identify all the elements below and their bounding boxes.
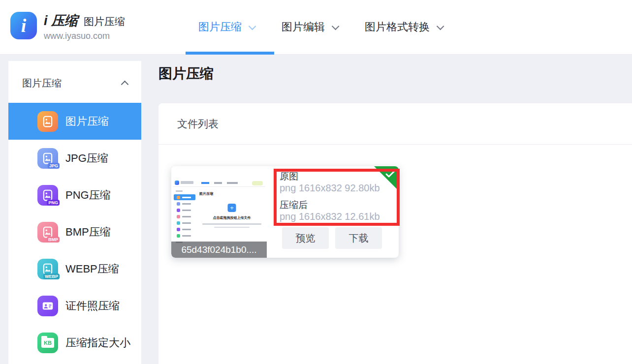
png-badge: PNG xyxy=(47,200,60,206)
sidebar-item-jpg-compress[interactable]: JPG JPG压缩 xyxy=(8,140,141,177)
mini-upload-area: 图片压缩 + 点击或拖拽按钮上传文件 xyxy=(199,188,264,240)
nav-tab-label: 图片编辑 xyxy=(282,20,325,34)
sidebar-item-label: 压缩指定大小 xyxy=(65,335,130,350)
kb-badge: KB xyxy=(44,340,52,346)
webp-badge: WEBP xyxy=(43,273,60,279)
file-item-card: 图片压缩 + 点击或拖拽按钮上传文件 65d43f024b1b0.... 原图 … xyxy=(171,166,399,258)
mini-nav-item xyxy=(227,182,238,184)
sidebar-section-toggle[interactable]: 图片压缩 xyxy=(8,61,141,103)
sidebar-item-label: PNG压缩 xyxy=(65,188,111,203)
file-list-panel: 文件列表 xyxy=(158,103,632,364)
chevron-down-icon xyxy=(332,22,340,30)
mini-text-bar xyxy=(214,227,250,228)
brand-name: i 压缩 xyxy=(44,12,78,30)
jpg-badge: JPG xyxy=(48,163,60,169)
sidebar: 图片压缩 图片压缩 JPG JPG压缩 PNG PNG压缩 BMP BMP压缩 xyxy=(8,61,141,364)
mini-logo-text xyxy=(181,181,193,184)
file-thumbnail[interactable]: 图片压缩 + 点击或拖拽按钮上传文件 65d43f024b1b0.... xyxy=(171,166,267,258)
webp-compress-icon: WEBP xyxy=(37,259,58,279)
mini-text-bar xyxy=(202,223,261,225)
original-meta: png 1616x832 92.80kb xyxy=(280,182,380,194)
top-header: i i 压缩 图片压缩 www.iyasuo.com 图片压缩 图片编辑 图片格… xyxy=(0,0,632,55)
image-compress-icon xyxy=(37,111,58,132)
compressed-label: 压缩后 xyxy=(280,199,308,212)
mini-sidebar xyxy=(173,187,196,240)
chevron-down-icon xyxy=(437,22,444,30)
sidebar-item-idphoto-compress[interactable]: 证件照压缩 xyxy=(8,287,141,324)
brand-suffix: 图片压缩 xyxy=(84,15,125,29)
check-icon xyxy=(385,171,395,178)
panel-title: 文件列表 xyxy=(158,103,632,145)
site-url: www.iyasuo.com xyxy=(44,31,125,41)
kb-size-icon: KB xyxy=(37,333,58,353)
bmp-badge: BMP xyxy=(47,237,60,243)
logo-icon: i xyxy=(10,12,37,39)
nav-tab-label: 图片格式转换 xyxy=(365,20,430,34)
corner-triangle xyxy=(374,166,399,191)
original-label: 原图 xyxy=(280,170,298,183)
mini-page-title: 图片压缩 xyxy=(199,192,213,195)
sidebar-item-webp-compress[interactable]: WEBP WEBP压缩 xyxy=(8,250,141,287)
sidebar-item-label: WEBP压缩 xyxy=(65,262,119,276)
sidebar-item-label: JPG压缩 xyxy=(65,151,108,166)
site-logo[interactable]: i i 压缩 图片压缩 www.iyasuo.com xyxy=(10,12,125,41)
logo-text: i 压缩 图片压缩 www.iyasuo.com xyxy=(44,12,125,41)
sidebar-section-title: 图片压缩 xyxy=(22,77,62,90)
sidebar-item-label: BMP压缩 xyxy=(65,225,111,240)
mini-action-pill xyxy=(252,181,263,185)
sidebar-item-label: 图片压缩 xyxy=(65,114,109,129)
bmp-compress-icon: BMP xyxy=(37,222,58,243)
png-compress-icon: PNG xyxy=(37,185,58,206)
mini-upload-plus-icon: + xyxy=(228,204,236,212)
chevron-up-icon xyxy=(121,81,129,89)
active-tab-underline xyxy=(186,52,274,55)
jpg-compress-icon: JPG xyxy=(37,148,58,169)
nav-tab-label: 图片压缩 xyxy=(198,20,242,34)
download-button[interactable]: 下载 xyxy=(335,227,382,249)
nav-tab-image-edit[interactable]: 图片编辑 xyxy=(282,20,337,34)
top-nav: 图片压缩 图片编辑 图片格式转换 xyxy=(198,0,442,54)
sidebar-item-image-compress[interactable]: 图片压缩 xyxy=(8,103,141,140)
preview-button[interactable]: 预览 xyxy=(282,227,329,249)
chevron-down-icon xyxy=(249,22,256,30)
sidebar-item-target-size-compress[interactable]: KB 压缩指定大小 xyxy=(8,324,141,361)
id-photo-icon xyxy=(37,296,58,316)
mini-nav-active xyxy=(201,182,209,184)
compressed-meta: png 1616x832 12.61kb xyxy=(280,211,380,222)
file-name-overlay: 65d43f024b1b0.... xyxy=(171,242,267,258)
nav-tab-format-convert[interactable]: 图片格式转换 xyxy=(365,20,442,34)
success-corner-ribbon xyxy=(374,166,399,191)
page-title: 图片压缩 xyxy=(158,64,214,83)
thumbnail-mini-screenshot: 图片压缩 + 点击或拖拽按钮上传文件 xyxy=(173,179,265,240)
sidebar-item-bmp-compress[interactable]: BMP BMP压缩 xyxy=(8,213,141,250)
nav-tab-image-compress[interactable]: 图片压缩 xyxy=(198,20,254,34)
mini-upload-caption: 点击或拖拽按钮上传文件 xyxy=(199,215,264,220)
mini-nav-item xyxy=(214,182,222,184)
mini-logo xyxy=(175,181,179,185)
sidebar-item-label: 证件照压缩 xyxy=(65,299,120,313)
sidebar-item-png-compress[interactable]: PNG PNG压缩 xyxy=(8,177,141,213)
